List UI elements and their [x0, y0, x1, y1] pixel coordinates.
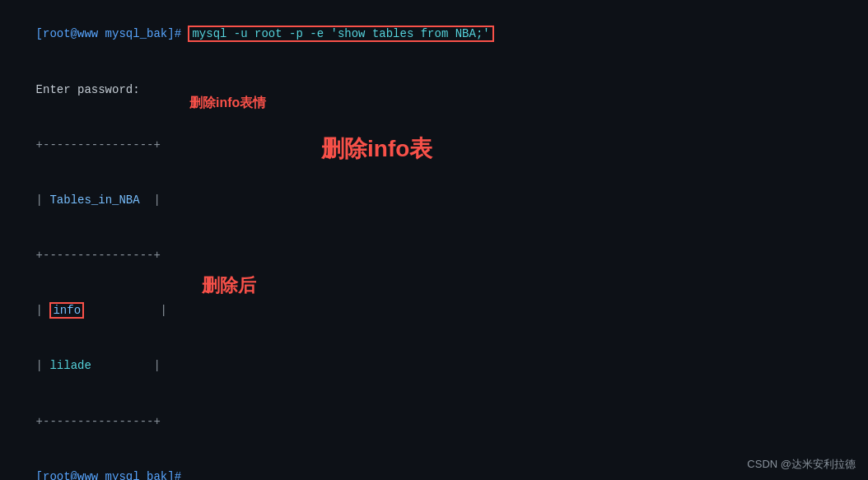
- lilade-cell-1: lilade: [49, 359, 91, 372]
- border-top-1: +----------------+: [36, 138, 161, 151]
- line-3: +----------------+: [8, 117, 860, 172]
- annotation-after-delete: 删除后: [202, 273, 256, 298]
- line-5: +----------------+: [8, 228, 860, 283]
- pipe-4: |: [84, 304, 167, 317]
- line-6: | info |: [8, 283, 860, 338]
- enter-password-1: Enter password:: [36, 83, 140, 96]
- watermark-text: CSDN @达米安利拉德: [747, 458, 856, 470]
- info-cell: info: [49, 302, 84, 319]
- prompt-1: [root@www mysql_bak]#: [36, 27, 181, 40]
- prompt-2: [root@www mysql_bak]#: [36, 470, 181, 480]
- pipe-1: |: [36, 193, 50, 207]
- line-2: Enter password:: [8, 62, 860, 117]
- pipe-3: |: [36, 304, 50, 317]
- pipe-2: |: [140, 193, 161, 207]
- pipe-5: |: [36, 359, 50, 372]
- annotation-delete-info-emotion: 删除info表情: [189, 95, 266, 112]
- line-8: +----------------+: [8, 394, 860, 449]
- border-bot-1: +----------------+: [36, 415, 161, 428]
- annotation-delete-info-table: 删除info表: [321, 133, 432, 165]
- cmd-highlight-1: mysql -u root -p -e 'show tables from NB…: [188, 26, 493, 42]
- line-4: | Tables_in_NBA |: [8, 173, 860, 228]
- border-sep-1: +----------------+: [36, 249, 161, 262]
- line-1: [root@www mysql_bak]# mysql -u root -p -…: [8, 7, 860, 62]
- terminal-window: [root@www mysql_bak]# mysql -u root -p -…: [0, 0, 868, 480]
- column-header: Tables_in_NBA: [49, 193, 139, 207]
- watermark: CSDN @达米安利拉德: [747, 457, 856, 472]
- pipe-6: |: [91, 359, 161, 372]
- line-7: | lilade |: [8, 338, 860, 394]
- line-9: [root@www mysql_bak]#: [8, 449, 860, 480]
